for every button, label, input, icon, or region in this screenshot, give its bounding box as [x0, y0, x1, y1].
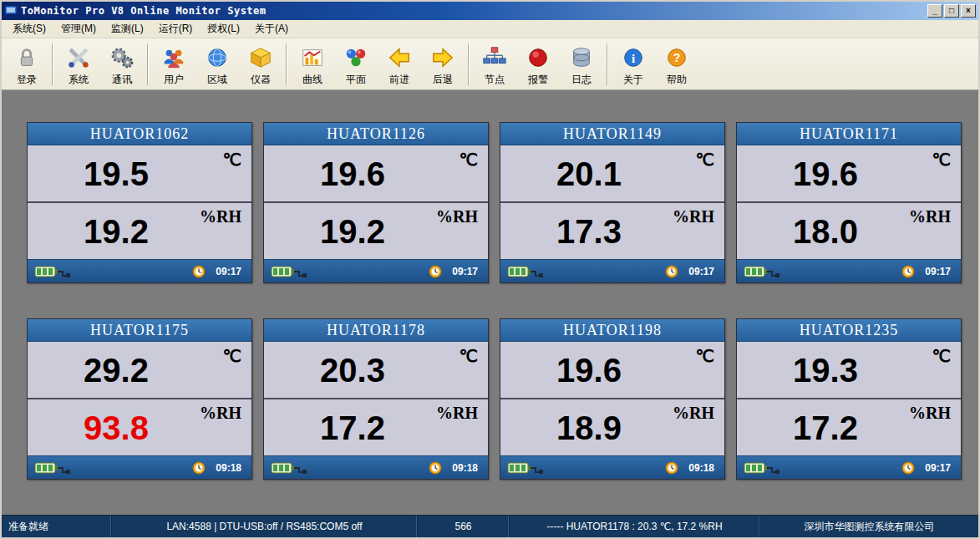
- temperature-unit: ℃: [223, 346, 241, 366]
- clock-icon: [192, 265, 206, 278]
- temperature-value: 19.6: [320, 157, 385, 191]
- status-bar: 准备就绪 LAN:4588 | DTU-USB:off / RS485:COM5…: [2, 515, 978, 537]
- menu-item-manage[interactable]: 管理(M): [53, 19, 104, 38]
- toolbar-label: 仪器: [251, 73, 271, 87]
- minimize-button[interactable]: _: [927, 4, 942, 18]
- humidity-value: 18.0: [793, 215, 858, 248]
- status-ready: 准备就绪: [2, 516, 112, 537]
- toolbar-label: 节点: [485, 73, 505, 87]
- toolbar-button-users[interactable]: 用户: [152, 41, 195, 88]
- device-card[interactable]: HUATOR1198 19.6 ℃ 18.9 %RH: [500, 318, 725, 480]
- menu-item-monitor[interactable]: 监测(L): [104, 19, 151, 38]
- title-bar: ToMonitor Pro V8 Online Monitor System _…: [2, 2, 978, 20]
- maximize-button[interactable]: □: [944, 4, 959, 18]
- device-card[interactable]: HUATOR1149 20.1 ℃ 17.3 %RH: [500, 122, 725, 283]
- temperature-value: 20.1: [556, 157, 622, 191]
- chart-icon: [299, 44, 326, 71]
- humidity-unit: %RH: [200, 404, 241, 423]
- battery-icon: [507, 265, 544, 278]
- toolbar-button-help[interactable]: ? 帮助: [655, 41, 698, 88]
- close-button[interactable]: ×: [961, 4, 976, 18]
- gears-icon: [109, 44, 135, 71]
- humidity-unit: %RH: [200, 207, 241, 226]
- tools-icon: [65, 44, 92, 71]
- device-name: HUATOR1198: [500, 319, 724, 342]
- toolbar-label: 关于: [623, 73, 643, 87]
- menu-item-run[interactable]: 运行(R): [151, 19, 201, 38]
- device-name: HUATOR1178: [264, 319, 488, 342]
- window-title: ToMonitor Pro V8 Online Monitor System: [21, 5, 267, 17]
- temperature-unit: ℃: [460, 346, 478, 366]
- arrow-left-icon: [386, 44, 413, 71]
- toolbar-separator: [468, 43, 470, 85]
- device-name: HUATOR1175: [28, 319, 251, 342]
- status-connection: LAN:4588 | DTU-USB:off / RS485:COM5 off: [112, 516, 418, 537]
- toolbar-label: 报警: [528, 73, 548, 87]
- menu-item-system[interactable]: 系统(S): [5, 19, 53, 38]
- database-icon: [568, 44, 595, 71]
- device-name: HUATOR1149: [500, 123, 724, 145]
- humidity-value: 93.8: [84, 411, 149, 445]
- main-area: HUATOR1062 19.5 ℃ 19.2 %RH: [2, 90, 978, 515]
- device-time: 09:18: [452, 462, 481, 474]
- toolbar-button-instrument[interactable]: 仪器: [239, 41, 282, 88]
- toolbar-button-communication[interactable]: 通讯: [100, 41, 144, 88]
- device-card[interactable]: HUATOR1175 29.2 ℃ 93.8 %RH: [27, 318, 252, 480]
- menu-item-about[interactable]: 关于(A): [247, 19, 296, 38]
- temperature-unit: ℃: [932, 346, 951, 366]
- temperature-unit: ℃: [696, 346, 714, 366]
- status-device: ----- HUATOR1178 : 20.3 ℃, 17.2 %RH: [510, 516, 760, 537]
- device-time: 09:17: [688, 266, 718, 277]
- toolbar-separator: [147, 43, 149, 85]
- help-icon: ?: [663, 44, 690, 71]
- toolbar-button-node[interactable]: 节点: [473, 41, 516, 88]
- toolbar-label: 曲线: [302, 73, 322, 87]
- toolbar-button-about[interactable]: i 关于: [612, 41, 655, 88]
- toolbar-button-back[interactable]: 后退: [421, 41, 465, 88]
- temperature-value: 19.5: [84, 157, 149, 191]
- device-card[interactable]: HUATOR1178 20.3 ℃ 17.2 %RH: [263, 318, 489, 480]
- humidity-unit: %RH: [909, 207, 951, 226]
- toolbar-button-area[interactable]: 区域: [195, 41, 239, 88]
- humidity-unit: %RH: [436, 207, 478, 226]
- toolbar-button-login[interactable]: 登录: [5, 41, 48, 88]
- device-time: 09:17: [452, 266, 481, 277]
- clock-icon: [665, 461, 678, 475]
- toolbar-button-log[interactable]: 日志: [560, 41, 603, 88]
- device-time: 09:17: [925, 266, 954, 277]
- battery-icon: [271, 265, 307, 278]
- info-icon: i: [620, 44, 647, 71]
- humidity-value: 19.2: [84, 215, 149, 248]
- toolbar-label: 通讯: [112, 73, 132, 87]
- toolbar-label: 前进: [389, 73, 409, 87]
- toolbar-label: 用户: [164, 73, 184, 87]
- toolbar-button-forward[interactable]: 前进: [378, 41, 421, 88]
- humidity-unit: %RH: [673, 207, 714, 226]
- menu-item-license[interactable]: 授权(L): [200, 19, 247, 38]
- toolbar-label: 后退: [433, 73, 453, 87]
- svg-text:i: i: [632, 51, 635, 64]
- toolbar-label: 区域: [207, 73, 227, 87]
- toolbar-button-system[interactable]: 系统: [57, 41, 100, 88]
- globe-icon: [204, 44, 231, 71]
- battery-icon: [507, 461, 544, 475]
- device-card[interactable]: HUATOR1235 19.3 ℃ 17.2 %RH: [736, 318, 962, 480]
- toolbar-button-alarm[interactable]: 报警: [516, 41, 560, 88]
- device-name: HUATOR1126: [264, 123, 488, 145]
- device-name: HUATOR1062: [28, 123, 251, 145]
- temperature-unit: ℃: [460, 150, 478, 170]
- device-card[interactable]: HUATOR1062 19.5 ℃ 19.2 %RH: [27, 122, 252, 283]
- device-card[interactable]: HUATOR1126 19.6 ℃ 19.2 %RH: [263, 122, 489, 283]
- device-card[interactable]: HUATOR1171 19.6 ℃ 18.0 %RH: [736, 122, 962, 283]
- temperature-value: 19.6: [793, 157, 858, 191]
- status-company: 深圳市华图测控系统有限公司: [760, 516, 978, 537]
- temperature-unit: ℃: [696, 150, 714, 170]
- toolbar-button-plane[interactable]: 平面: [334, 41, 378, 88]
- users-icon: [160, 44, 187, 71]
- alarm-icon: [525, 44, 551, 71]
- toolbar-button-curve[interactable]: 曲线: [291, 41, 334, 88]
- device-time: 09:17: [216, 266, 245, 277]
- temperature-value: 29.2: [84, 353, 149, 387]
- humidity-value: 19.2: [320, 215, 385, 248]
- arrow-right-icon: [429, 44, 456, 71]
